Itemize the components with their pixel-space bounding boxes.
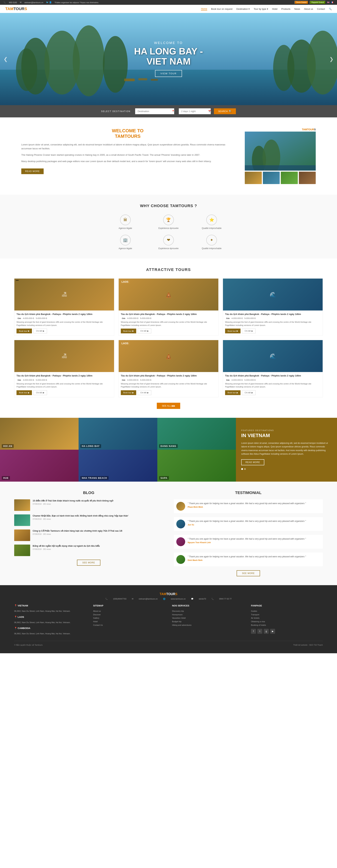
tour-body-2: Tàu du lịch khám phá Bangkok - Pattaya -… bbox=[223, 310, 323, 336]
blog-see-more-button[interactable]: SEE MORE bbox=[77, 560, 100, 566]
dest-da-nang[interactable]: DANG NANG bbox=[157, 418, 236, 450]
dest-dot-1[interactable] bbox=[241, 468, 243, 470]
footer-fanpage-link-1[interactable]: Transport bbox=[251, 613, 323, 617]
tour-desc-3: Weaving amongst the feet of giant limest… bbox=[17, 382, 112, 389]
footer-sitemap-link-4[interactable]: Contact Us bbox=[93, 623, 165, 627]
detail-button-2[interactable]: Chi tiết ▶ bbox=[242, 329, 255, 333]
tour-title-5: Tàu du lịch khám phá Bangkok - Pattaya -… bbox=[225, 374, 320, 377]
detail-button-3[interactable]: Chi tiết ▶ bbox=[33, 390, 47, 395]
lang-en[interactable]: 🇬🇧 bbox=[327, 1, 330, 4]
destination-input[interactable] bbox=[135, 108, 174, 114]
tour-card-5: 🌊 Tàu du lịch khám phá Bangkok - Pattaya… bbox=[223, 340, 323, 397]
footer-sitemap-link-3[interactable]: Hotel bbox=[93, 620, 165, 623]
hero-title: HA LONG BAY - VIET NAM bbox=[134, 46, 203, 66]
test-avatar-3 bbox=[176, 555, 185, 564]
footer-skype: skinte70 bbox=[199, 598, 206, 600]
test-quote-1: " Thank you one again for helping me hav… bbox=[188, 520, 306, 523]
youtube-icon[interactable]: ▶ bbox=[270, 629, 275, 634]
tour-label-1: LAOS bbox=[120, 280, 130, 283]
footer-service-link-1[interactable]: Honeymoon bbox=[172, 613, 244, 617]
dest-sapa[interactable]: SAPA bbox=[157, 450, 236, 482]
dest-hue[interactable]: HUE bbox=[0, 450, 79, 482]
nav-hotel[interactable]: Hotel bbox=[272, 8, 277, 10]
svg-rect-10 bbox=[124, 79, 135, 81]
tour-body-3: Tàu du lịch khám phá Bangkok - Pattaya -… bbox=[14, 372, 114, 397]
nav-about[interactable]: About us bbox=[304, 8, 313, 10]
see-all-button[interactable]: SEE ALL ▶▶ bbox=[157, 403, 180, 409]
detail-button-4[interactable]: Chi tiết ▶ bbox=[137, 390, 151, 395]
why-label-3: Agence légale bbox=[119, 247, 132, 250]
nav-tour-type[interactable]: Tour by type ▾ bbox=[254, 8, 268, 10]
nav-search-icon[interactable]: 🔍 bbox=[329, 8, 332, 10]
nav-destination[interactable]: Destination ▾ bbox=[237, 8, 250, 10]
test-avatar-2 bbox=[176, 537, 185, 546]
dest-label-ha-long: HA LONG BAY bbox=[80, 444, 101, 448]
book-button-5[interactable]: Book tour ▶ bbox=[225, 390, 241, 395]
top-bar-left: 📞 900 0165 ✉ vietnam@tamtours.vn 🐦 📘 *Fa… bbox=[4, 1, 98, 4]
twitter-icon[interactable]: t bbox=[257, 629, 262, 634]
footer-fanpage-link-3[interactable]: Obtaining a visa bbox=[251, 620, 323, 623]
test-avatar-1 bbox=[176, 520, 185, 528]
footer-fanpage-link-4[interactable]: Booking of hotels bbox=[251, 623, 323, 627]
blog-item-1: Chamer Nhật Bản. Bạn có hành trình bao m… bbox=[14, 515, 163, 526]
blog-title-1: Chamer Nhật Bản. Bạn có hành trình bao m… bbox=[33, 515, 128, 518]
dest-read-more-button[interactable]: READ MORE bbox=[241, 459, 264, 465]
video-thumbnail[interactable]: ▶ bbox=[245, 131, 316, 170]
phone-number: 900 0165 bbox=[9, 1, 17, 4]
devis-button[interactable]: Devis Gratuit bbox=[295, 1, 308, 4]
tour-actions-0: Book tour ▶ Chi tiết ▶ bbox=[17, 329, 112, 333]
blog-thumb-1 bbox=[14, 515, 30, 526]
book-button-1[interactable]: Book tour ▶ bbox=[121, 329, 136, 333]
why-icon-1: 🏆 bbox=[163, 215, 174, 225]
read-more-button[interactable]: READ MORE bbox=[21, 168, 43, 174]
detail-button-5[interactable]: Chi tiết ▶ bbox=[242, 390, 255, 395]
footer-sitemap-link-0[interactable]: About us bbox=[93, 610, 165, 613]
detail-button-0[interactable]: Chi tiết ▶ bbox=[33, 329, 47, 333]
footer-service-link-2[interactable]: Vacantion Hotel bbox=[172, 616, 244, 620]
rappel-button[interactable]: Rappelé Gratuit bbox=[310, 1, 326, 4]
search-icon: 🔍 bbox=[229, 110, 232, 113]
why-item-1: 🏆 Expérience éprouvée bbox=[150, 215, 187, 229]
test-see-more-button[interactable]: SEE MORE bbox=[237, 570, 260, 576]
footer-service-link-3[interactable]: Budget trip bbox=[172, 620, 244, 623]
footer-sitemap-link-1[interactable]: Discover bbox=[93, 613, 165, 617]
tour-actions-4: Book tour ▶ Chi tiết ▶ bbox=[121, 390, 216, 395]
why-grid: 🏛 Agence légale 🏆 Expérience éprouvée ⭐ … bbox=[106, 215, 231, 250]
nav-news[interactable]: News bbox=[294, 8, 300, 10]
why-item-5: ✦ Qualité irréprochable bbox=[193, 235, 231, 250]
nav-book[interactable]: Book tour on request bbox=[211, 8, 233, 10]
thumb-1 bbox=[245, 172, 262, 184]
phone-icon: 📞 bbox=[4, 1, 6, 4]
search-button[interactable]: SEARCH 🔍 bbox=[214, 108, 236, 114]
footer: TAMTOURS 📞 (036)49447703 ✉ vietnam@tamto… bbox=[0, 585, 337, 653]
hero-prev-button[interactable]: ❮ bbox=[4, 56, 8, 62]
footer-col-services: NOS SERVICES Discovery trip Honeymoon Va… bbox=[172, 604, 244, 636]
book-button-4[interactable]: Book tour ▶ bbox=[121, 390, 136, 395]
nav-home[interactable]: Home bbox=[201, 7, 207, 10]
book-button-3[interactable]: Book tour ▶ bbox=[17, 390, 32, 395]
footer-fanpage-link-0[interactable]: Guides bbox=[251, 610, 323, 613]
view-tour-button[interactable]: VIEW TOUR bbox=[155, 70, 182, 77]
blog-views-1: 282 views bbox=[43, 518, 51, 520]
hero-next-button[interactable]: ❯ bbox=[329, 56, 333, 62]
book-button-0[interactable]: Book tour ▶ bbox=[17, 329, 32, 333]
book-button-2[interactable]: Book tour ▶ bbox=[225, 329, 241, 333]
footer-service-link-4[interactable]: Hiking and adventures bbox=[172, 623, 244, 627]
detail-button-1[interactable]: Chi tiết ▶ bbox=[137, 329, 151, 333]
dest-ha-long[interactable]: HA LONG BAY bbox=[79, 418, 157, 450]
date-input[interactable] bbox=[179, 108, 211, 114]
location-icon: 📍 bbox=[172, 110, 175, 113]
dest-dot-2[interactable] bbox=[244, 468, 246, 470]
facebook-icon[interactable]: f bbox=[251, 629, 256, 634]
footer-sitemap-link-2[interactable]: Gallery bbox=[93, 616, 165, 620]
dest-hoi-an[interactable]: HOI AN bbox=[0, 418, 79, 450]
nav-contact[interactable]: Contact bbox=[317, 8, 325, 10]
nav-products[interactable]: Products bbox=[281, 8, 290, 10]
lang-fr[interactable]: 🇫🇷 bbox=[331, 1, 333, 4]
footer-fanpage-link-2[interactable]: Air tickets bbox=[251, 616, 323, 620]
tour-title-3: Tàu du lịch khám phá Bangkok - Pattaya -… bbox=[17, 374, 112, 377]
footer-col-addresses: 📍 VIETNAM 06,99/2, Nam Du Street, Linh N… bbox=[14, 604, 86, 636]
footer-service-link-0[interactable]: Discovery trip bbox=[172, 610, 244, 613]
dest-nha-trang[interactable]: NHA TRANG BEACH bbox=[79, 450, 157, 482]
google-icon[interactable]: g bbox=[264, 629, 269, 634]
